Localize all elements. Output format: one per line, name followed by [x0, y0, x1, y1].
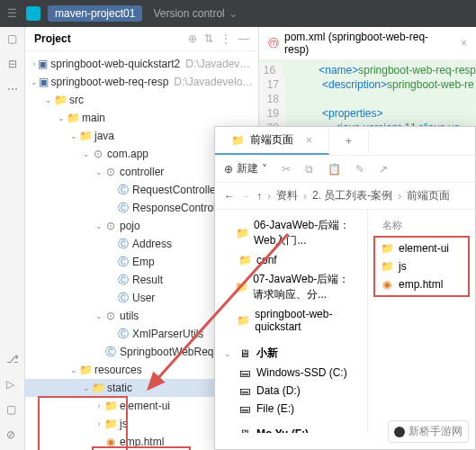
tree-item-label: resources — [94, 364, 142, 376]
expand-arrow[interactable]: ⌄ — [31, 77, 39, 86]
expand-arrow[interactable]: ⌄ — [94, 311, 104, 320]
cls-icon: Ⓒ — [117, 201, 130, 216]
browser-tab[interactable]: 📁 前端页面 × — [215, 127, 329, 155]
nav-item[interactable]: 🖴Windows-SSD (C:) — [215, 364, 367, 382]
back-icon[interactable]: ← — [224, 190, 235, 202]
tree-row[interactable]: ⌄📁src — [25, 91, 258, 109]
git-tool-icon[interactable]: ⎇ — [6, 353, 19, 365]
commit-tool-icon[interactable]: ⊟ — [8, 58, 17, 70]
fld-icon: 📁 — [237, 314, 249, 327]
htm-icon: ◉ — [104, 436, 117, 448]
expand-arrow[interactable]: ⌄ — [94, 221, 104, 230]
file-label: js — [399, 260, 407, 273]
breadcrumb[interactable]: ← → ↑ › 资料 › 2. 员工列表-案例 › 前端页面 — [215, 183, 475, 210]
nav-item[interactable]: 📁06-JavaWeb-后端：Web入门... — [215, 215, 367, 251]
fld-icon: 📁 — [238, 254, 251, 266]
hide-icon[interactable]: — — [238, 32, 249, 45]
expand-arrow[interactable]: › — [94, 401, 104, 410]
nav-section[interactable]: ⌄🖥小新 — [215, 343, 367, 364]
tree-item-label: utils — [120, 310, 139, 322]
browser-body: 📁06-JavaWeb-后端：Web入门...📁conf📁07-JavaWeb-… — [215, 210, 475, 433]
cls-icon: Ⓒ — [117, 327, 130, 342]
column-header[interactable]: 名称 — [373, 215, 470, 236]
cls-icon: Ⓒ — [117, 273, 130, 288]
crumb-item[interactable]: 前端页面 — [407, 188, 450, 203]
code-line[interactable]: <description>springboot-web-re — [286, 77, 474, 92]
expand-arrow[interactable]: ⌄ — [224, 429, 233, 433]
pc-icon: 🖥 — [238, 428, 251, 433]
nav-label: Data (D:) — [256, 384, 301, 397]
expand-arrow[interactable]: ⌄ — [56, 113, 67, 122]
fld-icon: 📁 — [381, 260, 393, 273]
file-item[interactable]: ◉emp.html — [377, 275, 466, 293]
run-tool-icon[interactable]: ▷ — [6, 378, 19, 391]
new-tab-button[interactable]: + — [329, 130, 369, 153]
rename-icon[interactable]: ✎ — [355, 163, 364, 176]
file-item[interactable]: 📁element-ui — [377, 239, 466, 257]
line-number: 17 — [259, 77, 286, 92]
structure-tool-icon[interactable]: ⋯ — [7, 83, 18, 95]
tree-item-path: D:\Javadevelop\idea_... — [174, 76, 255, 88]
nav-item[interactable]: 📁07-JavaWeb-后端：请求响应、分... — [215, 269, 367, 305]
fld-icon: 📁 — [79, 130, 92, 142]
expand-arrow[interactable]: ⌄ — [94, 167, 104, 176]
settings-icon[interactable]: ⋮ — [220, 32, 231, 45]
tree-item-label: js — [120, 418, 128, 430]
fld-icon: 📁 — [235, 281, 247, 293]
close-icon[interactable]: × — [306, 134, 312, 147]
up-icon[interactable]: ↑ — [256, 190, 262, 202]
browser-tab-label: 前端页面 — [250, 132, 293, 148]
pkg-icon: ⊙ — [104, 166, 117, 178]
crumb-item[interactable]: 2. 员工列表-案例 — [312, 188, 392, 203]
copy-icon[interactable]: ⧉ — [305, 163, 313, 176]
nav-item[interactable]: 🖴File (E:) — [215, 400, 367, 418]
editor-tab[interactable]: ⓜ pom.xml (springboot-web-req-resp) × — [259, 27, 476, 59]
tree-item-label: controller — [120, 166, 164, 178]
share-icon[interactable]: ↗ — [379, 163, 388, 176]
file-item[interactable]: 📁js — [377, 257, 466, 275]
nav-label: Windows-SSD (C:) — [256, 366, 347, 379]
project-tool-icon[interactable]: ▢ — [7, 32, 17, 45]
nav-item[interactable]: 🖴Data (D:) — [215, 382, 367, 400]
new-button[interactable]: ⊕ 新建 ˅ — [224, 161, 267, 176]
project-name[interactable]: maven-project01 — [48, 5, 142, 22]
paste-icon[interactable]: 📋 — [328, 163, 341, 176]
close-icon[interactable]: × — [461, 37, 467, 50]
browser-nav-pane[interactable]: 📁06-JavaWeb-后端：Web入门...📁conf📁07-JavaWeb-… — [215, 210, 368, 433]
tree-item-label: pojo — [120, 220, 140, 232]
expand-arrow[interactable]: ⌄ — [81, 383, 92, 392]
terminal-tool-icon[interactable]: ▢ — [6, 403, 19, 416]
expand-arrow[interactable]: ⌄ — [68, 365, 79, 374]
mod-icon: ▣ — [39, 76, 49, 88]
tree-item-label: springboot-web-req-resp — [51, 76, 169, 88]
tree-row[interactable]: ⌄📁main — [25, 109, 258, 127]
expand-arrow[interactable]: ⌄ — [224, 349, 233, 358]
code-line[interactable]: <properties> — [286, 106, 382, 121]
tree-item-label: com.app — [107, 148, 148, 160]
tree-row[interactable]: ›▣springboot-web-quickstart2D:\Javadevel… — [25, 55, 258, 73]
file-label: element-ui — [399, 242, 449, 255]
expand-arrow[interactable]: › — [31, 59, 38, 68]
browser-tabs: 📁 前端页面 × + — [215, 127, 475, 156]
nav-item[interactable]: 📁springboot-web-quickstart — [215, 305, 367, 336]
select-opened-icon[interactable]: ⊕ — [188, 32, 197, 45]
expand-arrow[interactable]: ⌄ — [43, 95, 54, 104]
expand-arrow[interactable]: › — [94, 419, 104, 428]
problems-tool-icon[interactable]: ⊘ — [6, 428, 19, 441]
version-control[interactable]: Version control⌄ — [153, 7, 237, 20]
expand-arrow[interactable]: ⌄ — [81, 149, 92, 158]
fld-icon: 📁 — [104, 400, 117, 412]
crumb-item[interactable]: 资料 — [276, 188, 298, 203]
line-number: 19 — [259, 106, 286, 121]
nav-item[interactable]: 📁conf — [215, 251, 367, 269]
cut-icon[interactable]: ✂ — [282, 163, 291, 176]
dsk-icon: 🖴 — [238, 384, 251, 397]
expand-icon[interactable]: ⇅ — [204, 32, 213, 45]
menu-icon[interactable]: ☰ — [7, 7, 17, 20]
expand-arrow[interactable]: ⌄ — [68, 131, 79, 140]
htm-icon: ◉ — [381, 278, 393, 291]
code-line[interactable]: <name>springboot-web-req-resp — [283, 63, 476, 77]
nav-section[interactable]: ⌄🖥Mo.Yu (F:) — [215, 425, 367, 433]
tree-row[interactable]: ⌄▣springboot-web-req-respD:\Javadevelop\… — [25, 73, 258, 91]
browser-content-pane[interactable]: 名称 📁element-ui📁js◉emp.html — [368, 210, 475, 433]
